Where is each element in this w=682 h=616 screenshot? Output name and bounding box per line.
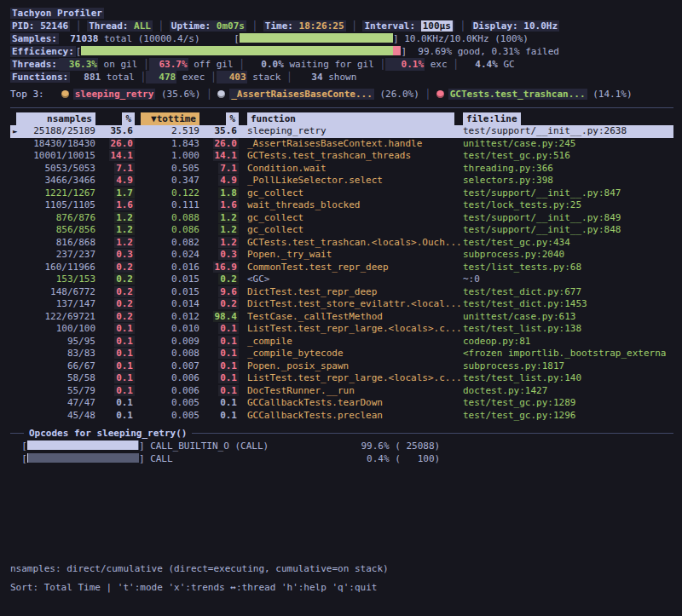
function-cell: DocTestRunner.__run — [239, 385, 462, 398]
function-cell: DictTest.test_repr_deep — [239, 286, 462, 299]
table-row[interactable]: 122/697210.20.01298.4TestCase._callTestM… — [10, 311, 673, 324]
file-line-cell: test/test_dict.py:1453 — [462, 298, 673, 311]
thread-group[interactable]: Thread: ALL — [87, 20, 153, 32]
function-cell: <GC> — [239, 273, 462, 286]
table-row[interactable]: 5053/50537.10.5057.1Condition.waitthread… — [10, 163, 673, 176]
column-header-nsamples[interactable]: nsamples — [10, 112, 95, 125]
table-row[interactable]: 816/8681.20.0821.2GCTests.test_trashcan.… — [10, 237, 673, 250]
time-label: Time: — [265, 20, 293, 32]
pct-cumulative-cell: 4.9 — [199, 175, 239, 187]
pct-cumulative-value: 9.6 — [218, 286, 239, 297]
profiler-window: Tachyon Profiler PID: 52146 │ Thread: AL… — [0, 0, 682, 594]
column-header-function[interactable]: function — [239, 112, 462, 125]
function-stat-name: shown — [323, 72, 357, 83]
uptime-label: Uptime: — [171, 20, 211, 32]
pct-direct-value: 1.2 — [114, 224, 135, 235]
opcode-percent: 0.4% ( 100) — [355, 452, 440, 465]
nsamples-cell: 816/868 — [10, 237, 95, 250]
bar-open-bracket: [ — [21, 440, 27, 452]
nsamples-cell: 122/69721 — [10, 311, 95, 324]
file-line-cell: test/test_gc.py:434 — [462, 237, 673, 250]
pct-cumulative-cell: 0.1 — [199, 372, 239, 385]
table-row[interactable]: 55/790.10.0060.1DocTestRunner.__rundocte… — [10, 385, 673, 398]
table-row[interactable]: 95/950.10.0090.1_compilecodeop.py:81 — [10, 336, 673, 348]
tottime-cell: 0.088 — [135, 212, 199, 225]
table-row[interactable]: 3466/34664.90.3474.9_PollLikeSelector.se… — [10, 175, 673, 187]
display-value: 10.0Hz — [523, 20, 558, 32]
function-cell: _AssertRaisesBaseContext.handle — [239, 138, 462, 151]
pct-direct-value: 0.2 — [114, 311, 135, 322]
pct-cumulative-value: 16.9 — [213, 262, 240, 273]
nsamples-cell: 18430/18430 — [10, 138, 95, 151]
pct-cumulative-value: 0.2 — [218, 298, 239, 309]
pct-cumulative-cell: 0.2 — [199, 298, 239, 311]
table-row[interactable]: 10001/1001514.11.00014.1GCTests.test_tra… — [10, 150, 673, 163]
pct-direct-value: 0.1 — [114, 348, 135, 359]
table-row[interactable]: 856/8561.20.0861.2gc_collecttest/support… — [10, 224, 673, 237]
table-row[interactable]: 83/830.10.0080.1_compile_bytecode<frozen… — [10, 348, 673, 360]
bar-close-bracket: ] — [393, 33, 399, 44]
table-row[interactable]: 153/1530.20.0150.2<GC>~:0 — [10, 273, 673, 286]
column-header-file-line[interactable]: file:line — [462, 112, 673, 125]
nsamples-cell: 66/67 — [10, 360, 95, 373]
table-row[interactable]: 18430/1843026.01.84326.0_AssertRaisesBas… — [10, 138, 673, 151]
function-cell: _PollLikeSelector.select — [239, 175, 462, 187]
interval-group: Interval: 100µs — [362, 20, 454, 32]
separator: │ — [200, 89, 217, 100]
tottime-cell: 0.015 — [135, 286, 199, 299]
nsamples-cell: 95/95 — [10, 336, 95, 348]
table-row[interactable]: 237/2370.30.0240.3Popen._try_waitsubproc… — [10, 249, 673, 262]
file-line-cell: test/support/__init__.py:849 — [462, 212, 673, 225]
function-cell: CommonTest.test_repr_deep — [239, 262, 462, 274]
column-header-pct-direct[interactable]: % — [95, 112, 135, 125]
file-line-cell: selectors.py:398 — [462, 175, 673, 187]
table-row[interactable]: 1105/11051.60.1111.6wait_threads_blocked… — [10, 199, 673, 212]
pct-cumulative-cell: 0.2 — [199, 273, 239, 286]
pct-direct-cell: 14.1 — [95, 150, 135, 163]
top3-items: sleeping_retry (35.6%) │ _AssertRaisesBa… — [44, 89, 633, 100]
table-row[interactable]: ►25188/2518935.62.51935.6sleeping_retryt… — [10, 125, 673, 138]
table-row[interactable]: 47/470.10.0050.1GCCallbackTests.tearDown… — [10, 397, 673, 410]
opcode-bar — [27, 440, 139, 450]
samples-line: Samples: 71038 total (10000.4/s) [] 10.0… — [10, 32, 673, 45]
pct-direct-value: 4.9 — [114, 175, 135, 186]
top3-item[interactable]: GCTests.test_trashcan... (14.1%) — [448, 89, 633, 100]
top3-item[interactable]: _AssertRaisesBaseConte... (26.0%) — [229, 89, 419, 100]
function-cell: gc_collect — [239, 187, 462, 200]
top3-item[interactable]: sleeping_retry (35.6%) — [73, 89, 201, 100]
table-row[interactable]: 137/1470.20.0140.2DictTest.test_store_ev… — [10, 298, 673, 311]
nsamples-cell: 876/876 — [10, 212, 95, 225]
thread-value: ALL — [134, 20, 151, 32]
pct-direct-value: 1.6 — [114, 199, 135, 210]
function-cell: Popen._posix_spawn — [239, 360, 462, 373]
thread-stat-value: 0.0% — [245, 58, 284, 71]
file-line-cell: subprocess.py:1817 — [462, 360, 673, 373]
tottime-cell: 0.006 — [135, 385, 199, 398]
table-row[interactable]: 100/1000.10.0100.1ListTest.test_repr_lar… — [10, 323, 673, 336]
divider — [10, 107, 673, 108]
pct-cumulative-value: 0.1 — [218, 360, 239, 371]
table-row[interactable]: 160/119660.20.01616.9CommonTest.test_rep… — [10, 262, 673, 274]
table-row[interactable]: 45/480.10.0050.1GCCallbackTests.preclean… — [10, 410, 673, 423]
functions-segments: 881 total │478 exec │403 stack │34 shown — [70, 72, 356, 83]
column-header-tottime[interactable]: ▼tottime — [135, 112, 199, 125]
opcode-name: CALL — [150, 452, 355, 465]
pid-value: 52146 — [40, 20, 68, 32]
table-row[interactable]: 58/580.10.0060.1ListTest.test_repr_large… — [10, 372, 673, 385]
table-row[interactable]: 876/8761.20.0881.2gc_collecttest/support… — [10, 212, 673, 225]
column-header-pct-cumulative[interactable]: % — [199, 112, 239, 125]
table-row[interactable]: 1221/12671.70.1221.8gc_collecttest/suppo… — [10, 187, 673, 200]
pct-cumulative-cell: 0.1 — [199, 410, 239, 423]
table-row[interactable]: 148/67720.20.0159.6DictTest.test_repr_de… — [10, 286, 673, 299]
separator: │ — [346, 20, 363, 32]
table-row[interactable]: 66/670.10.0070.1Popen._posix_spawnsubpro… — [10, 360, 673, 373]
samples-bar-fill — [240, 33, 393, 43]
pct-cumulative-value: 1.8 — [218, 187, 239, 199]
pct-cumulative-cell: 9.6 — [199, 286, 239, 299]
pct-cumulative-value: 35.6 — [213, 125, 240, 136]
pct-direct-cell: 0.1 — [95, 323, 135, 336]
separator: │ — [374, 59, 385, 70]
samples-rate-bar — [240, 33, 393, 43]
table-header: nsamples % ▼tottime % function file:line — [10, 112, 673, 125]
separator: │ — [246, 20, 263, 32]
